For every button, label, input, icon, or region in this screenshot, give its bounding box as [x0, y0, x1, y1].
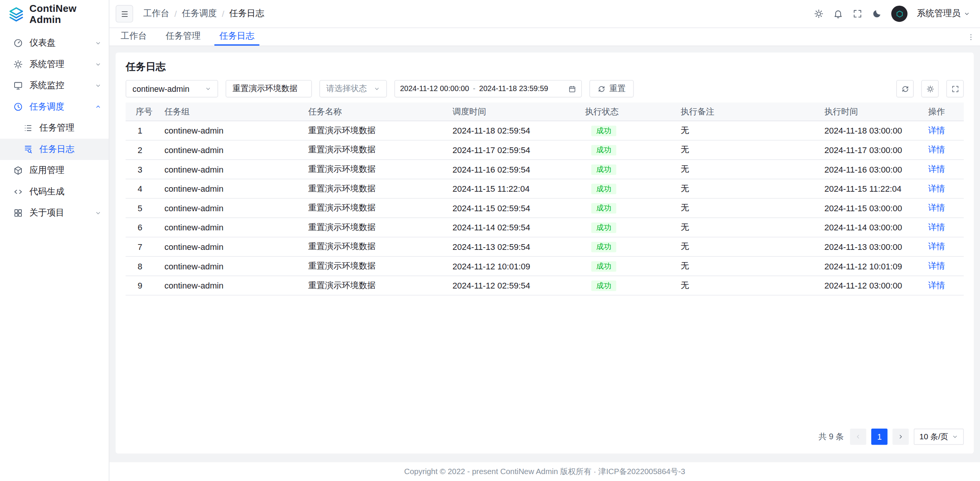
chevron-down-icon: [952, 434, 958, 440]
breadcrumb-item[interactable]: 工作台: [143, 8, 170, 19]
sidebar-item-label: 系统管理: [29, 59, 64, 70]
sidebar-item-about-project[interactable]: 关于项目: [0, 202, 109, 224]
pagination-total: 共 9 条: [818, 431, 844, 442]
task-group-select[interactable]: continew-admin: [126, 80, 218, 98]
page-size-value: 10 条/页: [920, 431, 948, 442]
clock-icon: [13, 102, 23, 112]
breadcrumb-item[interactable]: 任务调度: [182, 8, 217, 19]
app-title: ContiNew Admin: [29, 3, 109, 25]
date-range-picker[interactable]: 2024-11-12 00:00:00 - 2024-11-18 23:59:5…: [394, 80, 582, 98]
detail-link[interactable]: 详情: [928, 164, 945, 173]
detail-link[interactable]: 详情: [928, 126, 945, 135]
detail-link[interactable]: 详情: [928, 145, 945, 154]
table-fullscreen-button[interactable]: [946, 80, 964, 98]
cell-exec-time: 2024-11-15 03:00:00: [814, 203, 909, 212]
calendar-icon: [568, 85, 576, 93]
tab-bar: 工作台 任务管理 任务日志: [109, 28, 980, 46]
chevron-left-icon: [855, 434, 861, 440]
page-size-select[interactable]: 10 条/页: [914, 429, 964, 445]
status-badge: 成功: [591, 164, 616, 175]
topbar: 工作台 / 任务调度 / 任务日志 系统管理员: [109, 0, 980, 28]
sidebar-item-task-scheduling[interactable]: 任务调度: [0, 96, 109, 117]
pagination: 共 9 条 1 10 条/页: [126, 429, 964, 446]
grid-icon: [13, 208, 23, 218]
detail-link[interactable]: 详情: [928, 242, 945, 251]
detail-link[interactable]: 详情: [928, 280, 945, 290]
bell-icon[interactable]: [833, 9, 843, 19]
tab-task-management[interactable]: 任务管理: [161, 28, 206, 46]
status-badge: 成功: [591, 241, 616, 252]
cell-task-name: 重置演示环境数据: [298, 261, 443, 272]
tabs-more-button[interactable]: [967, 28, 975, 46]
breadcrumb-separator: /: [222, 9, 224, 19]
detail-link[interactable]: 详情: [928, 184, 945, 193]
cell-no: 7: [126, 242, 154, 251]
sidebar-item-dashboard[interactable]: 仪表盘: [0, 33, 109, 54]
sidebar-item-code-generation[interactable]: 代码生成: [0, 181, 109, 202]
prev-page-button[interactable]: [850, 429, 866, 445]
dark-mode-icon[interactable]: [872, 9, 882, 19]
cell-remark: 无: [671, 144, 815, 155]
chevron-down-icon: [205, 86, 211, 92]
table-row: 2 continew-admin 重置演示环境数据 2024-11-17 02:…: [126, 140, 964, 160]
table-row: 9 continew-admin 重置演示环境数据 2024-11-12 02:…: [126, 276, 964, 296]
menu-fold-icon: [120, 10, 128, 18]
app-logo[interactable]: ContiNew Admin: [0, 0, 109, 28]
cell-task-name: 重置演示环境数据: [298, 183, 443, 194]
task-name-input[interactable]: [225, 80, 312, 98]
gear-icon: [13, 59, 23, 69]
log-search-icon: [23, 144, 33, 154]
sidebar-item-app-management[interactable]: 应用管理: [0, 160, 109, 181]
next-page-button[interactable]: [893, 429, 909, 445]
sidebar-item-label: 任务调度: [29, 101, 64, 112]
column-header: 调度时间: [443, 106, 575, 117]
table-row: 3 continew-admin 重置演示环境数据 2024-11-16 02:…: [126, 160, 964, 179]
tab-task-log[interactable]: 任务日志: [214, 28, 260, 46]
sidebar-item-system-management[interactable]: 系统管理: [0, 54, 109, 75]
cell-task-group: continew-admin: [154, 126, 298, 135]
detail-link[interactable]: 详情: [928, 222, 945, 232]
column-header: 操作: [910, 106, 964, 117]
more-vertical-icon: [967, 33, 975, 41]
cell-action: 详情: [910, 164, 964, 175]
settings-icon[interactable]: [814, 9, 824, 19]
refresh-table-button[interactable]: [896, 80, 914, 98]
cell-task-group: continew-admin: [154, 281, 298, 290]
tab-label: 任务日志: [219, 31, 254, 42]
username: 系统管理员: [917, 8, 960, 19]
main-area: 工作台 / 任务调度 / 任务日志 系统管理员: [109, 0, 980, 481]
sidebar-collapse-button[interactable]: [116, 5, 133, 23]
cell-schedule-time: 2024-11-12 10:01:09: [443, 261, 575, 271]
status-select[interactable]: 请选择状态: [319, 80, 387, 98]
cell-exec-time: 2024-11-17 03:00:00: [814, 145, 909, 155]
sidebar-item-task-log[interactable]: 任务日志: [0, 139, 109, 160]
fullscreen-icon[interactable]: [853, 9, 862, 19]
cell-status: 成功: [575, 145, 671, 155]
detail-link[interactable]: 详情: [928, 203, 945, 212]
copyright-text: Copyright © 2022 - present ContiNew Admi…: [404, 466, 685, 477]
cell-schedule-time: 2024-11-16 02:59:54: [443, 165, 575, 174]
cell-exec-time: 2024-11-16 03:00:00: [814, 165, 909, 174]
cell-action: 详情: [910, 183, 964, 194]
table-row: 7 continew-admin 重置演示环境数据 2024-11-13 02:…: [126, 237, 964, 257]
cell-task-name: 重置演示环境数据: [298, 125, 443, 136]
cell-exec-time: 2024-11-12 10:01:09: [814, 261, 909, 271]
task-group-select-value: continew-admin: [132, 84, 189, 93]
task-list-icon: [23, 123, 33, 133]
cell-status: 成功: [575, 241, 671, 252]
sidebar-item-task-management[interactable]: 任务管理: [0, 117, 109, 139]
tab-label: 工作台: [121, 31, 147, 42]
logo-icon: [8, 6, 24, 22]
cell-remark: 无: [671, 164, 815, 175]
page-number-1[interactable]: 1: [871, 429, 887, 445]
cell-no: 3: [126, 165, 154, 174]
sidebar-item-system-monitor[interactable]: 系统监控: [0, 75, 109, 96]
detail-link[interactable]: 详情: [928, 261, 945, 270]
reset-button[interactable]: 重置: [590, 80, 634, 98]
column-header: 执行状态: [575, 106, 671, 117]
column-settings-button[interactable]: [921, 80, 939, 98]
tab-workbench[interactable]: 工作台: [116, 28, 152, 46]
cell-no: 9: [126, 281, 154, 290]
user-menu[interactable]: 系统管理员: [917, 8, 970, 19]
avatar[interactable]: [891, 6, 907, 22]
